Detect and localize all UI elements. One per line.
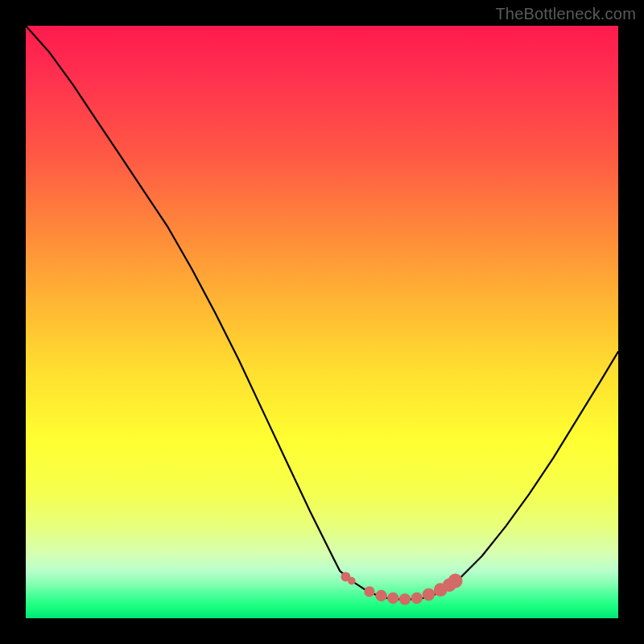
curve-markers	[341, 572, 462, 605]
plot-area	[26, 26, 618, 618]
marker-dot	[411, 592, 423, 604]
marker-dot	[348, 577, 356, 585]
marker-dot	[448, 574, 463, 588]
marker-dot	[387, 592, 398, 604]
marker-dot	[399, 593, 411, 605]
marker-dot	[423, 588, 436, 601]
chart-frame: TheBottleneck.com	[0, 0, 644, 644]
marker-dot	[364, 586, 374, 597]
marker-dot	[375, 590, 386, 601]
curve-svg	[26, 26, 618, 618]
bottleneck-curve	[26, 26, 618, 599]
watermark-text: TheBottleneck.com	[495, 5, 636, 23]
